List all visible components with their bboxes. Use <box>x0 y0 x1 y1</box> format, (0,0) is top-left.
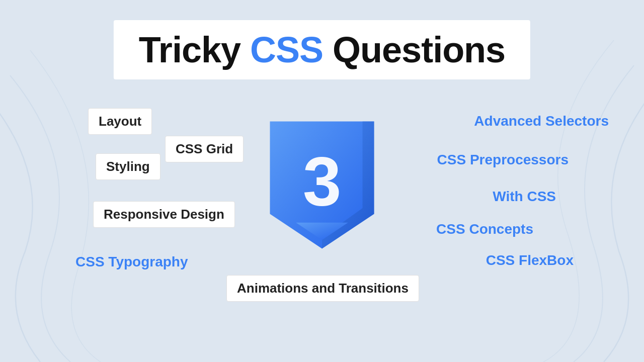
badge-layout[interactable]: Layout <box>88 108 152 135</box>
svg-text:3: 3 <box>303 142 342 220</box>
badge-with-css[interactable]: With CSS <box>482 184 566 210</box>
badge-css-typography[interactable]: CSS Typography <box>65 249 198 275</box>
badge-animations-and-transitions[interactable]: Animations and Transitions <box>226 275 419 302</box>
badge-css-preprocessors[interactable]: CSS Preprocessors <box>427 147 579 173</box>
title-box: Tricky CSS Questions <box>114 20 530 79</box>
page-title: Tricky CSS Questions <box>139 30 505 70</box>
title-css: CSS <box>250 30 323 70</box>
badge-advanced-selectors[interactable]: Advanced Selectors <box>464 108 619 134</box>
title-suffix: Questions <box>323 30 505 70</box>
badge-css-concepts[interactable]: CSS Concepts <box>426 216 543 242</box>
badge-css-grid[interactable]: CSS Grid <box>165 136 244 162</box>
badge-css-flexbox[interactable]: CSS FlexBox <box>476 247 584 274</box>
title-prefix: Tricky <box>139 30 250 70</box>
badge-styling[interactable]: Styling <box>96 153 160 180</box>
css-logo: 3 <box>264 116 380 251</box>
badge-responsive-design[interactable]: Responsive Design <box>93 201 235 228</box>
